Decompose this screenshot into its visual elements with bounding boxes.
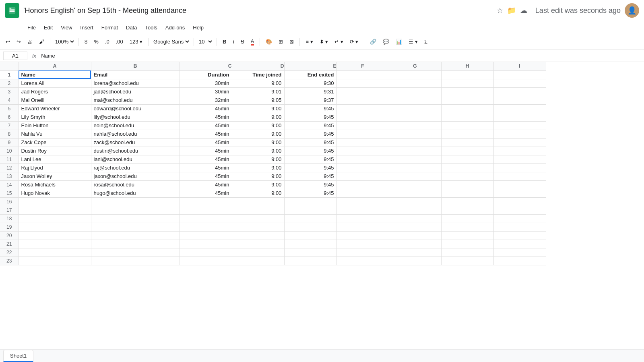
table-row[interactable] xyxy=(336,147,389,155)
table-row[interactable]: 9:45 xyxy=(284,189,336,197)
table-row[interactable]: 9:45 xyxy=(284,121,336,130)
merge-button[interactable]: ⊠ xyxy=(287,37,296,46)
table-row[interactable] xyxy=(19,240,91,248)
table-row[interactable] xyxy=(389,138,441,147)
table-row[interactable] xyxy=(493,189,546,197)
table-row[interactable]: 9:00 xyxy=(232,155,284,163)
table-row[interactable]: 9:45 xyxy=(284,155,336,163)
row-num-7[interactable]: 7 xyxy=(0,121,19,130)
table-row[interactable] xyxy=(493,257,546,265)
table-row[interactable] xyxy=(441,70,493,79)
row-num-6[interactable]: 6 xyxy=(0,113,19,121)
table-row[interactable]: Edward Wheeler xyxy=(19,104,91,113)
table-row[interactable] xyxy=(389,130,441,138)
table-row[interactable] xyxy=(336,180,389,189)
table-row[interactable] xyxy=(389,113,441,121)
table-row[interactable]: 9:45 xyxy=(284,147,336,155)
menu-edit[interactable]: Edit xyxy=(41,23,56,32)
cell-reference-input[interactable] xyxy=(3,52,27,60)
table-row[interactable] xyxy=(389,121,441,130)
table-row[interactable]: Lily Smyth xyxy=(19,113,91,121)
table-row[interactable]: 9:00 xyxy=(232,138,284,147)
table-row[interactable] xyxy=(493,248,546,257)
table-row[interactable]: 45min xyxy=(180,130,232,138)
table-row[interactable]: lily@school.edu xyxy=(91,113,180,121)
table-row[interactable]: Zack Cope xyxy=(19,138,91,147)
row-num-9[interactable]: 9 xyxy=(0,138,19,147)
row-num-17[interactable]: 17 xyxy=(0,206,19,214)
table-row[interactable]: Jad Rogers xyxy=(19,87,91,96)
table-row[interactable]: jad@school.edu xyxy=(91,87,180,96)
number-format-button[interactable]: 123 ▾ xyxy=(127,37,145,46)
row-num-18[interactable]: 18 xyxy=(0,214,19,223)
menu-addons[interactable]: Add-ons xyxy=(162,23,188,32)
table-row[interactable] xyxy=(441,180,493,189)
table-row[interactable] xyxy=(389,248,441,257)
bold-button[interactable]: B xyxy=(220,37,229,46)
table-row[interactable] xyxy=(336,231,389,240)
table-row[interactable]: 9:45 xyxy=(284,138,336,147)
table-row[interactable] xyxy=(441,223,493,231)
table-row[interactable] xyxy=(284,206,336,214)
table-row[interactable]: 45min xyxy=(180,163,232,172)
table-row[interactable] xyxy=(232,248,284,257)
table-row[interactable]: 45min xyxy=(180,113,232,121)
table-row[interactable]: 45min xyxy=(180,189,232,197)
table-row[interactable] xyxy=(389,189,441,197)
table-row[interactable] xyxy=(441,197,493,206)
table-row[interactable]: End exited xyxy=(284,70,336,79)
row-num-4[interactable]: 4 xyxy=(0,96,19,104)
table-row[interactable]: 9:45 xyxy=(284,130,336,138)
undo-button[interactable]: ↩ xyxy=(3,37,12,46)
spreadsheet-container[interactable]: A B C D E F G H I 1NameEmailDurationTime… xyxy=(0,62,644,362)
table-row[interactable] xyxy=(389,231,441,240)
table-row[interactable] xyxy=(493,96,546,104)
table-row[interactable]: 9:45 xyxy=(284,180,336,189)
table-row[interactable] xyxy=(493,240,546,248)
table-row[interactable] xyxy=(91,223,180,231)
user-avatar[interactable]: 👤 xyxy=(625,3,639,18)
table-row[interactable] xyxy=(441,113,493,121)
col-header-b[interactable]: B xyxy=(91,62,180,70)
table-row[interactable]: zack@school.edu xyxy=(91,138,180,147)
row-num-1[interactable]: 1 xyxy=(0,70,19,79)
table-row[interactable] xyxy=(336,155,389,163)
table-row[interactable]: edward@school.edu xyxy=(91,104,180,113)
table-row[interactable]: 9:00 xyxy=(232,189,284,197)
table-row[interactable] xyxy=(232,240,284,248)
table-row[interactable] xyxy=(389,104,441,113)
comment-button[interactable]: 💬 xyxy=(380,37,392,46)
table-row[interactable] xyxy=(441,214,493,223)
table-row[interactable] xyxy=(284,214,336,223)
strikethrough-button[interactable]: S xyxy=(238,37,247,46)
menu-tools[interactable]: Tools xyxy=(142,23,160,32)
table-row[interactable]: 9:00 xyxy=(232,172,284,180)
print-button[interactable]: 🖨 xyxy=(25,37,35,46)
table-row[interactable] xyxy=(336,70,389,79)
table-row[interactable] xyxy=(389,87,441,96)
table-row[interactable] xyxy=(232,206,284,214)
table-row[interactable] xyxy=(180,223,232,231)
table-row[interactable]: 9:00 xyxy=(232,130,284,138)
table-row[interactable]: 9:00 xyxy=(232,79,284,87)
table-row[interactable] xyxy=(232,214,284,223)
table-row[interactable]: 9:37 xyxy=(284,96,336,104)
table-row[interactable]: rosa@school.edu xyxy=(91,180,180,189)
table-row[interactable]: 45min xyxy=(180,172,232,180)
table-row[interactable] xyxy=(284,257,336,265)
menu-help[interactable]: Help xyxy=(190,23,207,32)
table-row[interactable]: Lorena Ali xyxy=(19,79,91,87)
table-row[interactable] xyxy=(493,79,546,87)
table-row[interactable] xyxy=(389,163,441,172)
table-row[interactable] xyxy=(232,257,284,265)
table-row[interactable]: 9:05 xyxy=(232,96,284,104)
table-row[interactable] xyxy=(284,240,336,248)
table-row[interactable] xyxy=(180,240,232,248)
row-num-16[interactable]: 16 xyxy=(0,197,19,206)
menu-data[interactable]: Data xyxy=(123,23,140,32)
function-button[interactable]: Σ xyxy=(422,37,430,46)
table-row[interactable] xyxy=(441,206,493,214)
menu-insert[interactable]: Insert xyxy=(77,23,97,32)
table-row[interactable] xyxy=(336,138,389,147)
redo-button[interactable]: ↪ xyxy=(14,37,23,46)
